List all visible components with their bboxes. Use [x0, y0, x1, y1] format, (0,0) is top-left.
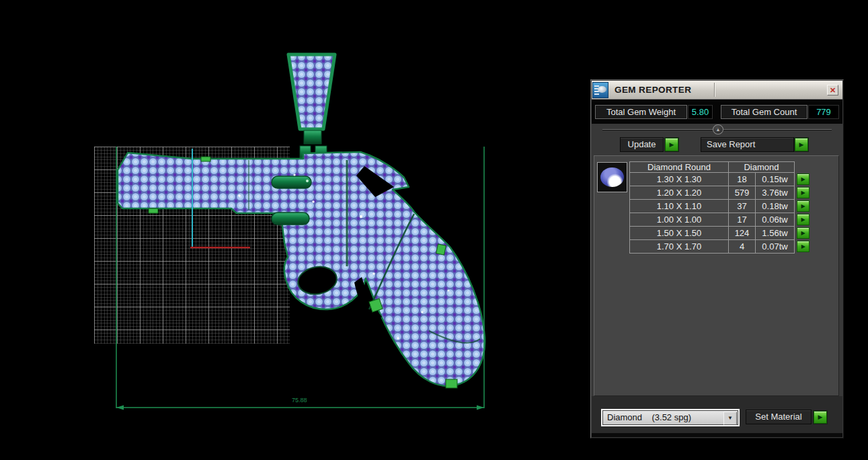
panel-titlebar[interactable]: GEM REPORTER ✕ [592, 81, 842, 100]
table-header-row: Diamond Round Diamond [630, 162, 812, 173]
totals-strip: Total Gem Weight 5.80 Total Gem Count 77… [592, 100, 842, 124]
row-play-button[interactable]: ▶ [797, 187, 810, 198]
table-row: 1.70 X 1.70 4 0.07tw ▶ [630, 240, 812, 254]
gem-list-area: Diamond Round Diamond 1.30 X 1.30 18 0.1… [594, 155, 839, 396]
gem-weight: 0.06tw [756, 213, 795, 227]
gem-weight: 0.07tw [756, 240, 795, 254]
row-play-button[interactable]: ▶ [797, 174, 810, 185]
gem-weight: 1.56tw [756, 227, 795, 240]
gem-size: 1.00 X 1.00 [630, 213, 729, 227]
panel-footer [592, 433, 842, 437]
total-gem-count-value: 779 [808, 105, 839, 119]
gem-reporter-panel: GEM REPORTER ✕ Total Gem Weight 5.80 Tot… [590, 79, 844, 438]
titlebar-divider [714, 83, 715, 97]
play-icon: ▶ [801, 176, 805, 182]
table-row: 1.00 X 1.00 17 0.06tw ▶ [630, 213, 812, 227]
play-icon: ▶ [801, 243, 805, 250]
shape-column-header: Diamond Round [630, 162, 729, 173]
table-row: 1.50 X 1.50 124 1.56tw ▶ [630, 227, 812, 240]
row-play-button[interactable]: ▶ [797, 200, 810, 212]
gem-weight: 0.15tw [756, 173, 795, 186]
set-material-button[interactable]: Set Material [746, 410, 812, 424]
app-window: 75.88 GEM REPORTER ✕ Total Gem Weight 5.… [0, 0, 868, 460]
row-play-button[interactable]: ▶ [797, 227, 810, 239]
gem-count: 17 [729, 213, 756, 227]
revolver-model [118, 152, 485, 388]
gem-count: 124 [729, 227, 756, 240]
close-button[interactable]: ✕ [827, 85, 838, 95]
play-icon: ▶ [670, 141, 674, 148]
gem-reporter-icon [592, 82, 608, 98]
table-row: 1.10 X 1.10 37 0.18tw ▶ [630, 200, 812, 213]
set-material-play-button[interactable]: ▶ [814, 411, 827, 424]
total-gem-count-label: Total Gem Count [721, 105, 807, 119]
gem-count: 579 [729, 186, 756, 200]
save-report-button[interactable]: Save Report [701, 137, 794, 152]
update-play-button[interactable]: ▶ [665, 138, 678, 151]
row-play-button[interactable]: ▶ [797, 214, 810, 225]
save-report-play-button[interactable]: ▶ [795, 138, 808, 151]
dimension-label: 75.88 [292, 397, 307, 404]
table-row: 1.20 X 1.20 579 3.76tw ▶ [630, 186, 812, 200]
panel-slider[interactable]: ▲ [592, 124, 842, 137]
slider-handle[interactable]: ▲ [713, 124, 723, 135]
total-gem-weight-label: Total Gem Weight [595, 105, 687, 119]
gem-report-table: Diamond Round Diamond 1.30 X 1.30 18 0.1… [629, 161, 812, 254]
gem-weight: 0.18tw [756, 200, 795, 213]
play-icon: ▶ [818, 414, 823, 420]
update-button[interactable]: Update [620, 137, 664, 152]
gem-size: 1.30 X 1.30 [630, 173, 729, 186]
gem-count: 4 [729, 240, 756, 254]
gem-count: 18 [729, 173, 756, 186]
chevron-up-icon: ▲ [716, 127, 721, 132]
dropdown-arrow-icon[interactable]: ▼ [723, 412, 737, 425]
play-icon: ▶ [801, 203, 805, 209]
play-icon: ▶ [801, 217, 805, 223]
gem-model-render: 75.88 [0, 0, 590, 460]
gem-thumbnail[interactable] [597, 162, 627, 192]
material-dropdown[interactable]: Diamond (3.52 spg) ▼ [601, 409, 740, 426]
table-row: 1.30 X 1.30 18 0.15tw ▶ [630, 173, 812, 186]
gem-size: 1.70 X 1.70 [630, 240, 729, 254]
diamond-gem-image [600, 167, 624, 187]
row-play-button[interactable]: ▶ [797, 241, 810, 252]
gem-count: 37 [729, 200, 756, 213]
panel-title: GEM REPORTER [615, 85, 691, 95]
viewport-3d[interactable]: 75.88 [0, 0, 590, 460]
gem-size: 1.50 X 1.50 [630, 227, 729, 240]
gem-size: 1.10 X 1.10 [630, 200, 729, 213]
play-icon: ▶ [799, 141, 804, 148]
pendant-bail [288, 54, 335, 160]
gem-size: 1.20 X 1.20 [630, 186, 729, 200]
play-icon: ▶ [801, 230, 805, 236]
gem-weight: 3.76tw [756, 186, 795, 200]
material-column-header: Diamond [729, 162, 795, 173]
play-icon: ▶ [801, 190, 805, 196]
material-dropdown-value: Diamond (3.52 spg) [607, 412, 691, 422]
close-icon: ✕ [830, 86, 836, 94]
total-gem-weight-value: 5.80 [688, 105, 713, 119]
